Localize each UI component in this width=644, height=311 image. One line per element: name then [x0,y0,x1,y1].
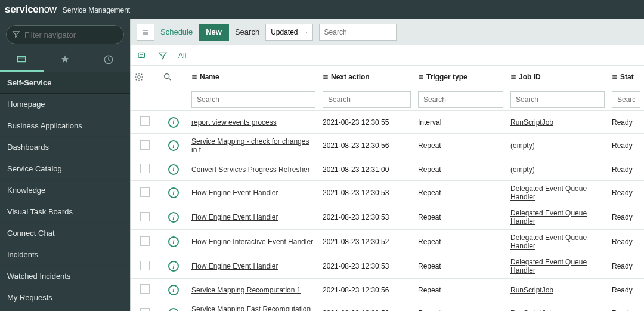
row-name-link[interactable]: Convert Services Progress Refresher [191,165,310,174]
row-job-id[interactable]: Delegated Event Queue Handler [510,209,587,226]
tab-history[interactable] [86,48,130,72]
filter-funnel-icon[interactable] [158,51,168,60]
row-info-icon[interactable]: i [168,140,179,151]
schedule-link[interactable]: Schedule [160,27,193,36]
row-trigger-type: Repeat [414,138,507,153]
column-search-status[interactable] [612,91,640,108]
column-header-next-action[interactable]: Next action [319,68,414,86]
row-checkbox[interactable] [140,116,150,126]
row-status: Ready [608,306,644,311]
row-next-action: 2021-08-23 12:30:53 [319,185,414,201]
row-checkbox[interactable] [140,212,150,221]
row-job-id[interactable]: Delegated Event Queue Handler [510,184,587,201]
row-checkbox[interactable] [140,284,150,294]
column-header-job-id[interactable]: Job ID [507,68,608,86]
table-row: iService Mapping Recomputation 12021-08-… [131,279,644,301]
row-status: Ready [608,258,644,274]
table-row: iService Mapping - check for changes in … [131,134,644,158]
sidebar-item[interactable]: Knowledge [0,180,130,201]
row-status: Ready [608,185,644,201]
row-next-action: 2021-08-23 12:30:56 [319,282,414,298]
row-checkbox[interactable] [140,140,150,150]
row-checkbox[interactable] [140,187,150,197]
sidebar-section-header[interactable]: Self-Service [0,72,130,94]
list-menu-button[interactable] [137,24,154,41]
sidebar-item[interactable]: Dashboards [0,137,130,158]
column-search-next-action[interactable] [323,91,411,108]
row-job-id[interactable]: Delegated Event Queue Handler [510,233,587,250]
row-status: Ready [608,234,644,250]
tab-applications[interactable] [0,48,44,72]
svg-point-4 [165,73,169,78]
row-info-icon[interactable]: i [168,187,179,198]
sidebar-item[interactable]: Business Applications [0,115,130,137]
row-info-icon[interactable]: i [168,212,179,223]
personalize-columns-icon[interactable] [131,67,159,87]
row-trigger-type: Interval [414,115,507,130]
row-status: Ready [608,138,644,153]
column-header-status[interactable]: Stat [608,68,644,86]
row-status: Ready [608,210,644,225]
sidebar-tabs [0,48,130,72]
main-content: Schedule New Search Updated All [130,19,644,311]
row-trigger-type: Repeat [414,210,507,225]
row-info-icon[interactable]: i [168,308,179,311]
sidebar-item[interactable]: Homepage [0,94,130,115]
breadcrumb-all[interactable]: All [178,51,186,60]
row-next-action: 2021-08-23 12:30:56 [319,138,414,153]
row-checkbox[interactable] [140,164,150,173]
header-search-icon[interactable] [159,67,188,87]
row-job-id: (empty) [510,165,535,174]
table-row: iFlow Engine Event Handler2021-08-23 12:… [131,254,644,279]
sidebar-item[interactable]: My Requests [0,287,130,309]
column-header-trigger-type[interactable]: Trigger type [414,68,507,86]
table-header-row: Name Next action Trigger type Job ID Sta… [131,66,644,88]
column-search-name[interactable] [191,91,315,108]
row-job-id[interactable]: Delegated Event Queue Handler [510,258,587,275]
row-name-link[interactable]: Flow Engine Interactive Event Handler [191,238,313,246]
row-name-link[interactable]: Flow Engine Event Handler [191,189,278,197]
column-search-job-id[interactable] [510,91,605,108]
tab-favorites[interactable] [44,48,87,72]
row-job-id[interactable]: RunScriptJob [510,286,553,294]
row-info-icon[interactable]: i [168,117,179,128]
new-button[interactable]: New [199,24,229,41]
row-job-id[interactable]: RunScriptJob [510,118,553,127]
filter-bar: All [131,45,644,66]
row-trigger-type: Repeat [414,234,507,250]
row-trigger-type: Repeat [414,306,507,311]
sidebar-item[interactable]: Visual Task Boards [0,201,130,223]
row-name-link[interactable]: Service Mapping Fast Recomputation 1 [191,305,311,311]
row-next-action: 2021-08-23 12:30:53 [319,258,414,274]
row-checkbox[interactable] [140,261,150,270]
row-status: Ready [608,162,644,177]
row-checkbox[interactable] [140,236,150,246]
activity-stream-icon[interactable] [137,51,147,60]
row-name-link[interactable]: report view events process [191,118,277,127]
row-next-action: 2021-08-23 12:30:55 [319,115,414,130]
row-name-link[interactable]: Flow Engine Event Handler [191,213,278,221]
search-field-select[interactable]: Updated [265,24,312,41]
sidebar-item[interactable]: Connect Chat [0,223,130,244]
column-search-trigger-type[interactable] [418,91,503,108]
row-info-icon[interactable]: i [168,236,179,247]
row-info-icon[interactable]: i [168,261,179,272]
filter-icon [12,30,20,38]
data-table: Name Next action Trigger type Job ID Sta… [131,66,644,311]
table-row: iFlow Engine Event Handler2021-08-23 12:… [131,205,644,230]
row-name-link[interactable]: Service Mapping - check for changes in t [191,137,309,154]
row-name-link[interactable]: Flow Engine Event Handler [191,262,278,270]
row-trigger-type: Repeat [414,185,507,201]
sidebar-item[interactable]: Service Catalog [0,158,130,180]
row-checkbox[interactable] [140,308,150,312]
row-next-action: 2021-08-23 12:31:00 [319,162,414,177]
table-row: iConvert Services Progress Refresher2021… [131,158,644,181]
row-name-link[interactable]: Service Mapping Recomputation 1 [191,286,301,294]
sidebar-item[interactable]: Incidents [0,244,130,266]
row-info-icon[interactable]: i [168,285,179,295]
toolbar-search-input[interactable] [319,24,397,41]
filter-navigator-input[interactable] [6,25,124,44]
column-header-name[interactable]: Name [188,68,319,86]
sidebar-item[interactable]: Watched Incidents [0,266,130,287]
row-info-icon[interactable]: i [168,164,179,175]
